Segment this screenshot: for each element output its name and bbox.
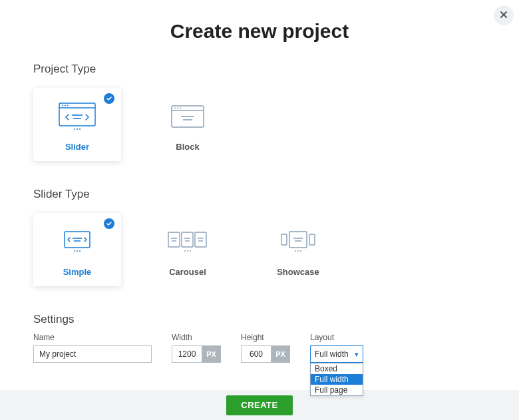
svg-rect-24 xyxy=(182,232,193,247)
selected-check-icon xyxy=(104,93,114,104)
slider-type-carousel[interactable]: Carousel xyxy=(144,213,232,286)
height-input[interactable] xyxy=(241,345,271,363)
project-type-header: Project Type xyxy=(33,63,486,76)
height-unit[interactable]: PX xyxy=(271,345,290,363)
chevron-down-icon: ▾ xyxy=(355,350,359,359)
svg-point-34 xyxy=(190,250,191,252)
svg-rect-37 xyxy=(289,232,307,248)
svg-point-2 xyxy=(62,105,63,106)
slider-type-showcase[interactable]: Showcase xyxy=(254,213,342,286)
card-label: Slider xyxy=(65,142,89,152)
card-label: Carousel xyxy=(169,267,206,277)
settings-section: Settings Name Width PX Height PX xyxy=(33,313,486,363)
name-label: Name xyxy=(33,333,152,342)
simple-slider-icon xyxy=(61,223,94,260)
dialog-title: Create new project xyxy=(33,20,486,43)
carousel-slider-icon xyxy=(167,223,208,260)
svg-point-20 xyxy=(74,250,75,252)
width-unit[interactable]: PX xyxy=(202,345,221,363)
layout-option-fullwidth[interactable]: Full width xyxy=(311,374,363,385)
name-input[interactable] xyxy=(33,345,152,363)
layout-option-boxed[interactable]: Boxed xyxy=(311,363,363,374)
name-field: Name xyxy=(33,333,152,363)
width-input[interactable] xyxy=(172,345,202,363)
svg-point-13 xyxy=(177,107,178,108)
svg-point-33 xyxy=(187,250,188,252)
card-label: Showcase xyxy=(277,267,319,277)
height-field: Height PX xyxy=(241,333,290,363)
svg-point-42 xyxy=(300,250,301,252)
slider-type-simple[interactable]: Simple xyxy=(33,213,121,286)
card-label: Block xyxy=(176,142,199,152)
close-icon xyxy=(500,10,508,21)
block-type-icon xyxy=(171,98,204,135)
selected-check-icon xyxy=(104,218,114,229)
slider-type-icon xyxy=(59,98,96,135)
svg-rect-25 xyxy=(195,232,206,247)
layout-select[interactable]: Full width ▾ xyxy=(310,345,363,363)
slider-type-section: Slider Type Simple xyxy=(33,188,486,286)
dialog-footer: CREATE xyxy=(0,390,519,420)
layout-option-fullpage[interactable]: Full page xyxy=(311,385,363,395)
layout-dropdown: Boxed Full width Full page xyxy=(310,363,363,396)
svg-point-12 xyxy=(174,107,176,108)
svg-rect-35 xyxy=(281,234,287,245)
svg-rect-0 xyxy=(59,103,95,126)
project-type-block[interactable]: Block xyxy=(144,88,232,161)
project-type-section: Project Type xyxy=(33,63,486,161)
height-label: Height xyxy=(241,333,290,342)
slider-type-header: Slider Type xyxy=(33,188,486,201)
svg-point-41 xyxy=(297,250,299,252)
svg-point-32 xyxy=(184,250,186,252)
showcase-slider-icon xyxy=(280,223,316,260)
layout-label: Layout xyxy=(310,333,363,342)
create-button[interactable]: CREATE xyxy=(226,395,292,415)
close-button[interactable] xyxy=(494,5,514,25)
svg-point-40 xyxy=(295,250,296,252)
project-type-slider[interactable]: Slider xyxy=(33,88,121,161)
svg-point-7 xyxy=(74,128,75,130)
svg-point-14 xyxy=(180,107,181,108)
width-label: Width xyxy=(172,333,221,342)
card-label: Simple xyxy=(63,267,92,277)
layout-selected-value: Full width xyxy=(315,349,349,359)
svg-rect-23 xyxy=(168,232,180,247)
settings-header: Settings xyxy=(33,313,486,326)
svg-point-4 xyxy=(67,105,69,106)
width-field: Width PX xyxy=(172,333,221,363)
svg-point-22 xyxy=(79,250,81,252)
svg-point-9 xyxy=(79,128,81,130)
layout-field: Layout Full width ▾ Boxed Full width Ful… xyxy=(310,333,363,363)
svg-point-21 xyxy=(77,250,78,252)
svg-point-3 xyxy=(65,105,66,106)
svg-rect-36 xyxy=(309,234,315,245)
svg-point-8 xyxy=(77,128,78,130)
